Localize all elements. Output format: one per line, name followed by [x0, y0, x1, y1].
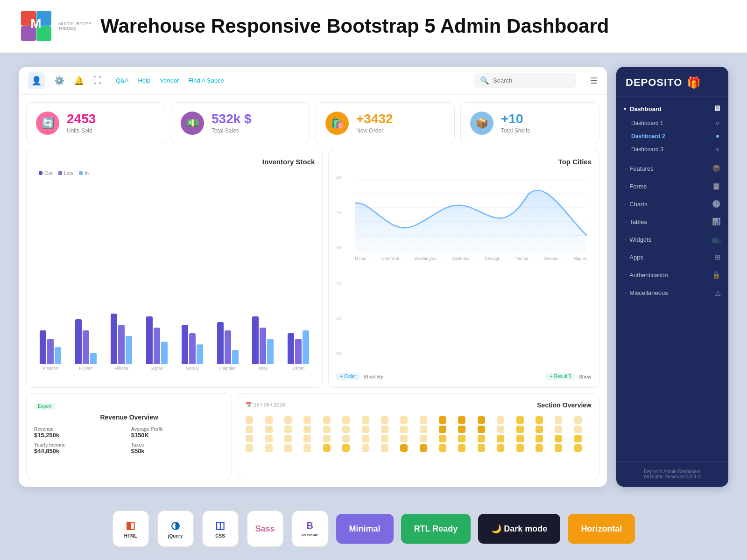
bar-0-1 [47, 339, 54, 364]
result-filter[interactable]: + Result 5 [546, 373, 575, 380]
css-icon: ◫ [215, 519, 225, 532]
dot-cell-48 [478, 435, 485, 442]
dot-cell-58 [323, 444, 331, 452]
revenue-item-profit: Average Profit $150K [131, 427, 225, 439]
minimal-badge[interactable]: Minimal [336, 514, 394, 544]
rtl-badge[interactable]: RTL Ready [401, 514, 471, 544]
bar-group-2: Alibaba [105, 314, 138, 371]
bell-icon[interactable]: 🔔 [74, 76, 84, 86]
revenue-item-revenue: Revenue $15,250k [34, 427, 127, 439]
widgets-chevron: ‹ [625, 237, 627, 242]
bar-3-1 [154, 328, 160, 364]
sidebar-item-forms[interactable]: ‹ Forms 📋 [616, 177, 728, 195]
bars-4 [182, 325, 203, 364]
units-content: 2453 Units Sold [67, 112, 155, 134]
section-title: Section Overview [537, 401, 592, 409]
dot-cell-68 [516, 444, 524, 452]
sidebar-item-tables[interactable]: ‹ Tables 📊 [616, 213, 728, 231]
sidebar-item-dashboard3[interactable]: Dashboard 3 [616, 143, 728, 156]
auth-chevron: ‹ [625, 273, 627, 278]
stat-card-orders: 🛍️ +3432 New Order [316, 102, 455, 144]
dark-badge[interactable]: 🌙 Dark mode [478, 514, 560, 544]
dot-cell-28 [439, 426, 446, 433]
dot-cell-2 [284, 416, 292, 424]
dashboard2-label: Dashboard 2 [631, 133, 665, 140]
auth-label: Authentication [629, 272, 712, 279]
legend-in-dot [79, 171, 83, 175]
vendor-link[interactable]: Vendor [160, 77, 179, 84]
sidebar-item-dashboard1[interactable]: Dashboard 1 [616, 117, 728, 130]
expand-icon[interactable]: ⛶ [93, 76, 102, 85]
sidebar-item-charts[interactable]: ‹ Charts 🕐 [616, 195, 728, 213]
html-badge: ◧ HTML [112, 510, 149, 547]
dot-cell-39 [303, 435, 311, 442]
dot-cell-7 [381, 416, 388, 424]
auth-icon: 🔒 [712, 271, 721, 279]
charts-label: Charts [629, 201, 712, 208]
dot-cell-15 [536, 416, 543, 424]
apps-icon: ⊞ [715, 253, 721, 261]
find-space-link[interactable]: Find A Sapce [188, 77, 224, 84]
dot-cell-64 [439, 444, 446, 452]
bar-3-0 [146, 316, 153, 364]
dashboard3-label: Dashboard 3 [631, 146, 663, 153]
stats-row: 🔄 2453 Units Sold 💵 532k $ Total Sales 🛍… [19, 95, 607, 144]
dot-cell-29 [458, 426, 465, 433]
monitor-icon: 🖥 [713, 105, 721, 113]
search-icon: 🔍 [480, 76, 489, 85]
dots-grid [246, 416, 592, 452]
settings-icon[interactable]: ⚙️ [54, 76, 64, 86]
avatar[interactable]: 👤 [28, 72, 45, 89]
dot-cell-66 [478, 444, 485, 452]
bar-group-7: Zamro [282, 330, 315, 371]
export-tag[interactable]: Export [34, 403, 55, 410]
footer-line2: All Rights Reserved 2024 © [624, 474, 721, 479]
bar-group-0: Amazon [34, 330, 67, 371]
bars-0 [40, 330, 61, 364]
bar-1-0 [75, 319, 82, 364]
sidebar-item-widgets[interactable]: ‹ Widgets 📺 [616, 231, 728, 248]
dashboard-card: 👤 ⚙️ 🔔 ⛶ Q&A Help Vendor Find A Sapce 🔍 … [19, 67, 607, 487]
search-input[interactable] [493, 77, 563, 84]
bar-2-2 [126, 336, 132, 364]
sidebar-item-miscellaneous[interactable]: ‹ Miscellaneous △ [616, 284, 728, 301]
help-link[interactable]: Help [138, 77, 150, 84]
dot-cell-35 [574, 426, 582, 433]
dot-cell-71 [574, 444, 582, 452]
hamburger-icon[interactable]: ☰ [590, 76, 598, 86]
qa-link[interactable]: Q&A [116, 77, 128, 84]
bar-1-1 [83, 330, 89, 364]
widgets-label: Widgets [629, 236, 712, 243]
dot-cell-61 [381, 444, 388, 452]
dashboard-menu: ▾ Dashboard 🖥 Dashboard 1 Dashboard 2 Da… [616, 97, 728, 160]
dot-cell-70 [555, 444, 562, 452]
dot-cell-0 [246, 416, 253, 424]
revenue-value: $15,250k [34, 432, 127, 439]
revenue-title: Revenue Overview [34, 413, 224, 421]
sidebar-item-dashboard2[interactable]: Dashboard 2 [616, 130, 728, 143]
dot-cell-21 [303, 426, 311, 433]
dot-cell-6 [362, 416, 369, 424]
bar-5-1 [225, 330, 231, 364]
sidebar-item-features[interactable]: ‹ Features 📦 [616, 160, 728, 177]
badges-row: ◧ HTML ◑ jQuery ◫ CSS Sass B v5 Stable M… [0, 501, 747, 557]
horizontal-badge[interactable]: Horizontal [568, 514, 635, 544]
legend-low: Low [58, 170, 73, 176]
tables-icon: 📊 [712, 217, 721, 226]
bar-group-5: Snapdeal [211, 322, 244, 371]
shelfs-content: +10 Total Shelfs [501, 112, 590, 134]
menu-header[interactable]: ▾ Dashboard 🖥 [616, 101, 728, 117]
sidebar-item-apps[interactable]: ‹ Apps ⊞ [616, 248, 728, 266]
bar-group-4: GoBuy [176, 325, 209, 371]
search-bar[interactable]: 🔍 [473, 73, 576, 88]
nav-links: Q&A Help Vendor Find A Sapce [116, 77, 224, 84]
sidebar-item-authentication[interactable]: ‹ Authentication 🔒 [616, 266, 728, 284]
dot-cell-16 [555, 416, 562, 424]
order-filter[interactable]: + Order [336, 373, 359, 380]
features-label: Features [629, 165, 712, 172]
dot-cell-4 [323, 416, 331, 424]
dot-cell-11 [458, 416, 465, 424]
bar-label-2: Alibaba [114, 366, 128, 371]
bar-2-1 [118, 325, 125, 364]
legend-low-dot [58, 171, 62, 175]
